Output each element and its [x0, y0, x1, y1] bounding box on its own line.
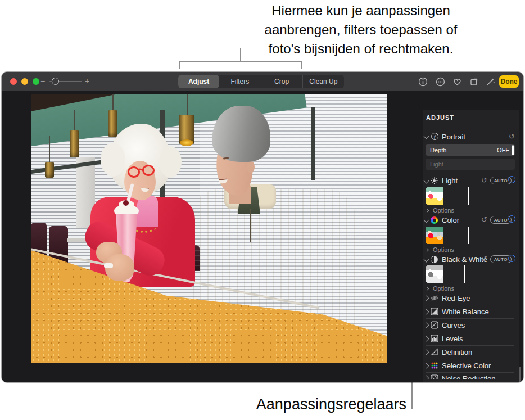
- black-and-white-options-link[interactable]: Options: [433, 285, 454, 292]
- chevron-down-icon[interactable]: [424, 178, 429, 184]
- edit-mode-segmented-control: Adjust Filters Crop Clean Up: [178, 75, 344, 88]
- reset-portrait-icon[interactable]: ↺: [509, 132, 515, 141]
- lamp-cord: [187, 94, 188, 116]
- more-icon[interactable]: [436, 77, 445, 87]
- chevron-right-icon[interactable]: [424, 323, 429, 328]
- callout-top-bracket-tick-right: [301, 61, 302, 69]
- portrait-section-label[interactable]: Portrait: [442, 133, 465, 141]
- tool-definition[interactable]: Definition: [442, 348, 472, 356]
- callout-top-line2: aanbrengen, filters toepassen of: [226, 20, 496, 39]
- tool-red-eye[interactable]: Red-Eye: [442, 294, 470, 302]
- done-button[interactable]: Done: [499, 75, 519, 88]
- divider: [426, 305, 514, 305]
- chevron-right-icon[interactable]: [425, 287, 429, 291]
- finger-bandage: [104, 263, 113, 268]
- light-enabled-toggle[interactable]: [508, 176, 515, 183]
- color-wheel-icon: [431, 216, 438, 224]
- adjust-sidebar-scroll-area[interactable]: ADJUST ƒ Portrait ↺ Depth OFF Light: [423, 114, 518, 379]
- depth-label: Depth: [430, 147, 446, 153]
- lamp-cord: [112, 94, 114, 111]
- titlebar: − + Adjust Filters Crop Clean Up: [2, 72, 523, 91]
- color-strip-marker[interactable]: [468, 227, 469, 244]
- callout-top-bracket-line: [179, 61, 302, 62]
- pendant-lamp: [45, 162, 54, 178]
- portrait-light-label: Light: [430, 161, 443, 168]
- tab-adjust[interactable]: Adjust: [178, 75, 219, 88]
- white-balance-icon: [431, 308, 438, 315]
- curves-icon: [431, 321, 438, 329]
- chevron-right-icon[interactable]: [424, 296, 429, 301]
- sidebar-scrollbar-thumb[interactable]: [519, 367, 521, 382]
- tab-crop[interactable]: Crop: [261, 75, 302, 88]
- woman-hair-puff-left: [101, 143, 125, 177]
- milkshake-cherry: [123, 200, 129, 206]
- noise-reduction-icon: [431, 374, 438, 379]
- light-strip-marker[interactable]: [468, 187, 469, 205]
- sidebar-header: ADJUST: [426, 114, 454, 121]
- lamp-glow: [180, 139, 193, 146]
- woman-hair-puff-right: [159, 146, 182, 178]
- light-options-link[interactable]: Options: [433, 207, 454, 214]
- info-icon[interactable]: [418, 77, 428, 87]
- fullscreen-window-button[interactable]: [33, 78, 39, 85]
- tool-white-balance[interactable]: White Balance: [442, 308, 489, 316]
- color-thumbnail-strip[interactable]: [426, 227, 515, 244]
- photo-canvas[interactable]: [31, 94, 387, 363]
- reset-black-and-white-icon[interactable]: ↺: [481, 255, 487, 263]
- tool-noise-reduction[interactable]: Noise Reduction: [442, 374, 495, 379]
- window-mullion-right: [311, 107, 315, 180]
- divider: [426, 318, 514, 319]
- pendant-lamp: [108, 110, 117, 137]
- chevron-right-icon[interactable]: [424, 309, 429, 315]
- depth-slider-handle[interactable]: [512, 145, 514, 155]
- tool-levels[interactable]: Levels: [442, 335, 463, 343]
- portrait-f-icon: ƒ: [431, 133, 438, 140]
- callout-bottom-label: Aanpassingsregelaars: [0, 396, 406, 413]
- black-and-white-icon: [431, 256, 438, 263]
- tab-filters[interactable]: Filters: [219, 75, 260, 88]
- levels-icon: [431, 335, 438, 342]
- divider: [426, 332, 514, 332]
- selective-color-icon: [431, 362, 438, 369]
- light-sun-icon: [431, 177, 438, 184]
- chevron-right-icon[interactable]: [425, 248, 429, 252]
- divider: [426, 359, 514, 359]
- black-and-white-strip-marker[interactable]: [464, 265, 465, 283]
- depth-value: OFF: [497, 147, 509, 153]
- black-and-white-section-label[interactable]: Black & White: [442, 255, 487, 264]
- callout-top-stem-line: [240, 48, 241, 61]
- black-and-white-thumbnail-strip[interactable]: [426, 265, 515, 283]
- color-options-link[interactable]: Options: [433, 246, 454, 253]
- chevron-right-icon[interactable]: [424, 363, 429, 369]
- light-thumbnail-strip[interactable]: [426, 187, 515, 205]
- chevron-down-icon[interactable]: [424, 134, 429, 139]
- callout-top-text: Hiermee kun je aanpassingen aanbrengen, …: [226, 1, 496, 58]
- favorite-heart-icon[interactable]: [452, 77, 462, 87]
- chevron-down-icon[interactable]: [424, 218, 429, 223]
- tool-selective-color[interactable]: Selective Color: [442, 362, 491, 370]
- chevron-down-icon[interactable]: [424, 257, 429, 263]
- zoom-slider-knob[interactable]: [52, 78, 59, 85]
- tab-clean-up[interactable]: Clean Up: [302, 75, 344, 88]
- man-ear: [247, 161, 255, 173]
- color-section-label[interactable]: Color: [442, 216, 459, 224]
- divider: [426, 345, 514, 346]
- chevron-right-icon[interactable]: [424, 336, 429, 342]
- reset-light-icon[interactable]: ↺: [481, 176, 487, 184]
- rotate-icon[interactable]: [469, 77, 479, 87]
- chevron-right-icon[interactable]: [425, 209, 429, 213]
- auto-enhance-wand-icon[interactable]: [486, 77, 495, 87]
- chevron-right-icon[interactable]: [424, 350, 429, 355]
- callout-top-line1: Hiermee kun je aanpassingen: [226, 1, 496, 20]
- light-section-label[interactable]: Light: [442, 177, 458, 185]
- tool-curves[interactable]: Curves: [442, 321, 465, 329]
- sidebar-header-divider: [426, 124, 514, 124]
- black-and-white-enabled-toggle[interactable]: [508, 255, 515, 262]
- color-enabled-toggle[interactable]: [508, 215, 515, 223]
- minimize-window-button[interactable]: [21, 78, 28, 85]
- portrait-light-field-disabled: Light: [426, 159, 515, 170]
- close-window-button[interactable]: [10, 78, 17, 85]
- chevron-right-icon[interactable]: [424, 376, 429, 379]
- depth-field[interactable]: Depth OFF: [426, 144, 515, 156]
- reset-color-icon[interactable]: ↺: [481, 215, 487, 224]
